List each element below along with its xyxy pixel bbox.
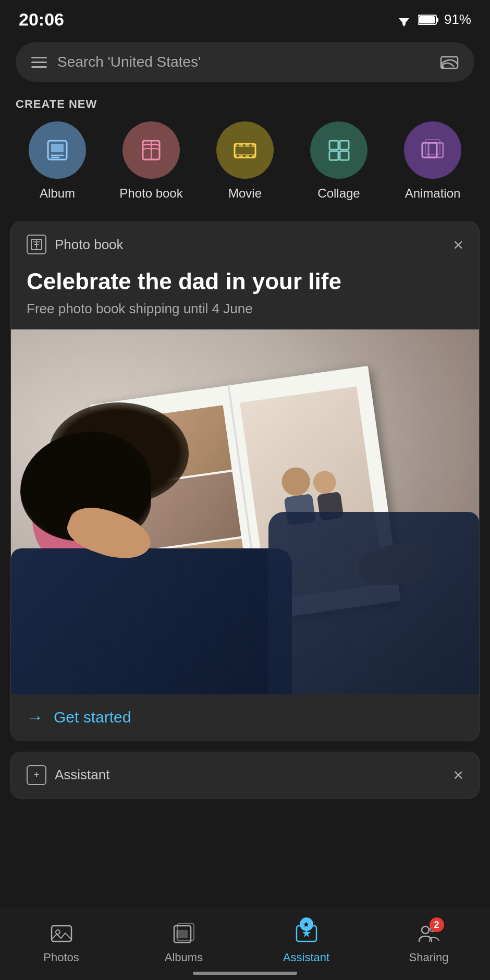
promo-card: + + Photo book × Celebrate the dad in yo… xyxy=(10,222,480,741)
photobook-icon xyxy=(138,137,165,164)
create-new-label: CREATE NEW xyxy=(0,82,490,121)
status-icons: 91% xyxy=(395,11,471,28)
svg-point-34 xyxy=(280,466,312,497)
dark-jeans xyxy=(11,548,292,694)
svg-rect-3 xyxy=(436,18,438,22)
assistant-nav-icon: ★ xyxy=(293,921,320,947)
svg-rect-19 xyxy=(237,155,239,157)
second-card-label: Assistant xyxy=(55,767,110,783)
album-icon-circle xyxy=(29,121,86,179)
collage-icon xyxy=(325,137,352,164)
svg-point-39 xyxy=(56,930,60,934)
svg-point-6 xyxy=(441,66,444,69)
svg-rect-26 xyxy=(422,143,437,157)
photos-nav-icon xyxy=(48,921,75,947)
svg-rect-8 xyxy=(51,144,64,152)
battery-percentage: 91% xyxy=(444,11,471,28)
svg-rect-28 xyxy=(425,140,440,154)
second-card: + Assistant × xyxy=(10,752,480,799)
movie-label: Movie xyxy=(228,186,262,201)
get-started-row[interactable]: → Get started xyxy=(11,694,479,741)
sharing-nav-label: Sharing xyxy=(409,951,449,964)
animation-label: Animation xyxy=(405,186,461,201)
promo-card-header: + + Photo book × xyxy=(11,222,479,260)
second-card-icon: + xyxy=(27,765,46,785)
svg-rect-4 xyxy=(419,16,435,23)
collage-label: Collage xyxy=(317,186,360,201)
nav-item-albums[interactable]: Albums xyxy=(148,921,220,964)
adult-body xyxy=(268,512,479,694)
wifi-icon xyxy=(395,13,413,27)
nav-item-photos[interactable]: Photos xyxy=(25,921,98,964)
albums-nav-icon xyxy=(171,921,197,947)
search-placeholder[interactable]: Search 'United States' xyxy=(57,54,430,70)
cast-icon[interactable] xyxy=(440,55,459,69)
promo-type-icon: + + xyxy=(27,235,46,254)
assistant-nav-label: Assistant xyxy=(283,951,329,964)
collage-icon-circle xyxy=(310,121,368,179)
second-card-close[interactable]: × xyxy=(453,765,463,785)
promo-close-button[interactable]: × xyxy=(453,236,463,253)
movie-icon-circle xyxy=(216,121,274,179)
svg-point-35 xyxy=(312,469,337,495)
hamburger-menu[interactable] xyxy=(31,57,47,68)
nav-item-assistant[interactable]: ★ Assistant xyxy=(270,921,343,964)
bottom-nav: Photos Albums ★ Assistant xyxy=(0,910,490,980)
svg-rect-16 xyxy=(237,144,239,146)
animation-icon-circle xyxy=(404,121,461,179)
svg-rect-42 xyxy=(176,930,188,938)
svg-rect-18 xyxy=(249,144,252,146)
svg-rect-24 xyxy=(329,151,338,160)
movie-icon xyxy=(231,137,259,164)
svg-rect-38 xyxy=(52,926,71,941)
promo-title: Celebrate the dad in your life xyxy=(11,260,479,301)
get-started-button[interactable]: Get started xyxy=(54,708,131,726)
status-time: 20:06 xyxy=(19,9,64,30)
photos-nav-label: Photos xyxy=(43,951,79,964)
album-label: Album xyxy=(40,186,75,201)
status-bar: 20:06 91% xyxy=(0,0,490,35)
create-new-row: Album Photo book xyxy=(0,121,490,216)
photobook-icon-circle xyxy=(123,121,180,179)
svg-rect-21 xyxy=(249,155,252,157)
svg-rect-27 xyxy=(428,143,443,157)
photobook-label: Photo book xyxy=(119,186,182,201)
svg-point-45 xyxy=(422,926,429,934)
nav-item-sharing[interactable]: 2 Sharing xyxy=(393,921,466,964)
create-item-photobook[interactable]: Photo book xyxy=(112,121,190,201)
create-item-movie[interactable]: Movie xyxy=(206,121,284,201)
svg-rect-25 xyxy=(340,151,349,160)
svg-marker-1 xyxy=(402,23,406,27)
albums-icon xyxy=(172,922,196,946)
promo-header-left: + + Photo book xyxy=(27,235,124,254)
arrow-right-icon: → xyxy=(27,708,43,727)
animation-icon xyxy=(419,137,446,164)
svg-rect-22 xyxy=(329,141,338,150)
battery-icon xyxy=(418,14,439,26)
sharing-badge: 2 xyxy=(430,917,444,932)
home-indicator xyxy=(193,972,297,975)
promo-type-label: Photo book xyxy=(55,237,124,253)
create-item-animation[interactable]: Animation xyxy=(394,121,472,201)
svg-rect-20 xyxy=(243,155,246,157)
svg-rect-23 xyxy=(340,141,349,150)
photos-icon xyxy=(50,922,74,946)
promo-subtitle: Free photo book shipping until 4 June xyxy=(11,301,479,329)
second-card-left: + Assistant xyxy=(27,765,110,785)
albums-nav-label: Albums xyxy=(165,951,203,964)
search-bar[interactable]: Search 'United States' xyxy=(16,42,474,82)
assistant-star-badge: ★ xyxy=(300,917,313,931)
promo-image-inner xyxy=(11,329,479,694)
promo-image xyxy=(11,329,479,694)
sharing-nav-icon: 2 xyxy=(416,921,442,947)
create-item-album[interactable]: Album xyxy=(18,121,96,201)
create-item-collage[interactable]: Collage xyxy=(300,121,378,201)
svg-rect-17 xyxy=(243,144,246,146)
album-icon xyxy=(44,137,71,164)
